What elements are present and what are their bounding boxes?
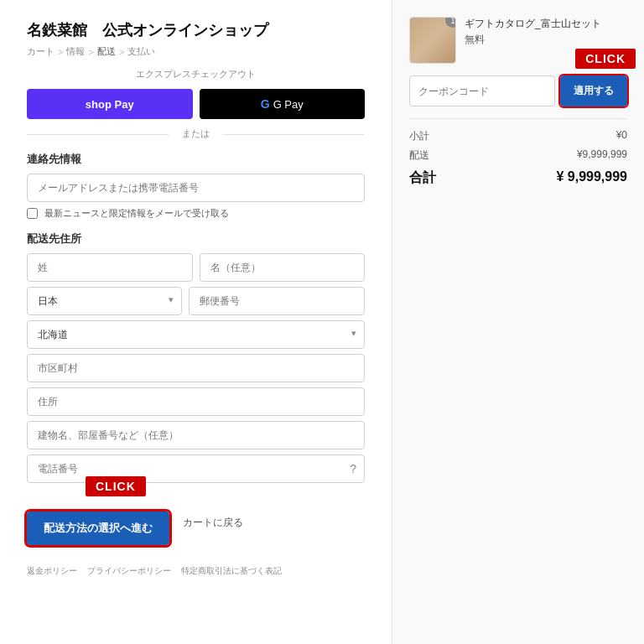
shipping-row: 配送 ¥9,999,999 <box>409 148 627 163</box>
total-row: 合計 ¥ 9,999,999 <box>409 169 627 187</box>
total-label: 合計 <box>409 169 436 187</box>
newsletter-label: 最新ニュースと限定情報をメールで受け取る <box>44 207 229 220</box>
breadcrumb-cart[interactable]: カート <box>27 45 55 58</box>
site-title: 名鉄菜館 公式オンラインショップ <box>27 20 365 40</box>
address-section-title: 配送先住所 <box>27 231 365 247</box>
next-button-label: 配送方法の選択へ進む <box>44 522 153 534</box>
total-value: ¥ 9,999,999 <box>556 169 627 187</box>
newsletter-checkbox[interactable] <box>27 208 38 219</box>
breadcrumb-info[interactable]: 情報 <box>66 45 85 58</box>
shop-pay-label: shop Pay <box>86 98 134 111</box>
cart-item-info: ギフトカタログ_富士山セット 無料 <box>465 17 627 47</box>
address-section: 配送先住所 日本 北海道 <box>27 231 365 488</box>
address2-input[interactable] <box>27 421 365 449</box>
name-row <box>27 253 365 287</box>
address1-input[interactable] <box>27 387 365 416</box>
payment-buttons: shop Pay G G Pay <box>27 89 365 119</box>
cart-item-name: ギフトカタログ_富士山セット <box>465 17 627 31</box>
g-letter: G <box>261 97 270 111</box>
subtotal-label: 小計 <box>409 129 429 143</box>
refund-policy-link[interactable]: 返金ポリシー <box>27 565 77 577</box>
price-summary: 小計 ¥0 配送 ¥9,999,999 合計 ¥ 9,999,999 <box>409 118 627 187</box>
country-select[interactable]: 日本 <box>27 287 182 315</box>
gpay-label: G Pay <box>273 98 304 111</box>
city-input[interactable] <box>27 354 365 382</box>
postal-input[interactable] <box>189 287 366 315</box>
first-name-input[interactable] <box>200 253 366 282</box>
or-divider: または <box>27 127 365 140</box>
next-button[interactable]: 配送方法の選択へ進む <box>27 512 169 545</box>
apply-button-label: 適用する <box>574 85 614 96</box>
breadcrumb-sep3: > <box>119 47 124 57</box>
breadcrumb-sep2: > <box>88 47 93 57</box>
express-checkout-label: エクスプレスチェックアウト <box>27 68 365 80</box>
last-name-input[interactable] <box>27 253 193 282</box>
phone-input[interactable] <box>27 454 365 483</box>
shipping-value: ¥9,999,999 <box>577 148 627 163</box>
footer-links: 返金ポリシー プライバシーポリシー 特定商取引法に基づく表記 <box>27 565 365 577</box>
email-input[interactable] <box>27 174 365 202</box>
privacy-policy-link[interactable]: プライバシーポリシー <box>87 565 171 577</box>
cart-item-price: 無料 <box>465 33 627 47</box>
gpay-button[interactable]: G G Pay <box>200 89 366 119</box>
shipping-label: 配送 <box>409 148 429 163</box>
cart-item: 1 ギフトカタログ_富士山セット 無料 <box>409 17 627 64</box>
apply-coupon-button[interactable]: 適用する <box>560 75 627 106</box>
prefecture-select-wrapper: 北海道 <box>27 320 365 354</box>
right-panel: 1 ギフトカタログ_富士山セット 無料 適用する CLICK 小計 ¥0 配送 <box>392 0 644 644</box>
subtotal-value: ¥0 <box>616 129 627 143</box>
contact-section-title: 連絡先情報 <box>27 152 365 167</box>
newsletter-row: 最新ニュースと限定情報をメールで受け取る <box>27 207 365 220</box>
shop-pay-button[interactable]: shop Pay <box>27 89 193 119</box>
legal-link[interactable]: 特定商取引法に基づく表記 <box>181 565 282 577</box>
next-button-wrapper: 配送方法の選択へ進む CLICK <box>27 500 169 545</box>
country-postal-row: 日本 <box>27 287 365 320</box>
country-select-wrapper: 日本 <box>27 287 182 320</box>
back-link[interactable]: カートに戻る <box>183 516 243 530</box>
breadcrumb-payment[interactable]: 支払い <box>127 45 155 58</box>
coupon-input[interactable] <box>409 75 555 106</box>
bottom-actions: 配送方法の選択へ進む CLICK カートに戻る <box>27 500 365 545</box>
subtotal-row: 小計 ¥0 <box>409 129 627 143</box>
cart-item-image: 1 <box>409 17 456 64</box>
coupon-row: 適用する CLICK <box>409 75 627 106</box>
prefecture-select[interactable]: 北海道 <box>27 320 365 349</box>
breadcrumb: カート > 情報 > 配送 > 支払い <box>27 45 365 58</box>
breadcrumb-sep1: > <box>58 47 63 57</box>
phone-row: ? <box>27 454 365 488</box>
prefecture-row: 北海道 <box>27 320 365 354</box>
left-panel: 名鉄菜館 公式オンラインショップ カート > 情報 > 配送 > 支払い エクス… <box>0 0 392 644</box>
apply-button-wrapper: 適用する CLICK <box>560 75 627 106</box>
phone-help-icon[interactable]: ? <box>350 462 356 475</box>
breadcrumb-shipping: 配送 <box>97 45 116 58</box>
